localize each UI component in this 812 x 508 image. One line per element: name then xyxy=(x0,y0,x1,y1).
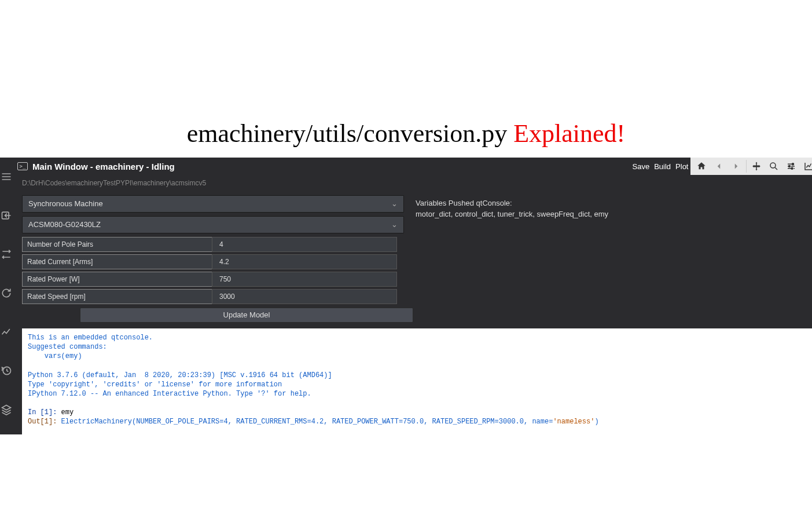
svg-point-3 xyxy=(792,163,794,165)
console-line: Type 'copyright', 'credits' or 'license'… xyxy=(28,380,812,389)
svg-point-2 xyxy=(770,163,776,168)
field-row: Number of Pole Pairs 4 xyxy=(22,237,404,252)
configure-icon[interactable] xyxy=(782,158,800,174)
rated-speed-label: Rated Speed [rpm] xyxy=(22,289,212,304)
terminal-icon: >_ xyxy=(17,162,28,170)
field-row: Rated Current [Arms] 4.2 xyxy=(22,254,404,269)
console-blank xyxy=(28,361,812,370)
axes-icon[interactable] xyxy=(800,158,812,174)
field-row: Rated Speed [rpm] 3000 xyxy=(22,289,404,304)
refresh-icon[interactable] xyxy=(0,287,13,299)
path-text: D:\DrH\Codes\emachineryTestPYPI\emachine… xyxy=(22,179,206,187)
info-line-2: motor_dict, control_dict, tuner_trick, s… xyxy=(416,210,812,218)
main-area: >_ Main Window - emachinery - Idling Sav… xyxy=(13,158,812,434)
model-dropdown[interactable]: ACSM080-G02430LZ ⌄ xyxy=(22,216,404,233)
machine-type-dropdown[interactable]: Synchronous Machine ⌄ xyxy=(22,195,404,213)
console-line: Suggested commands: xyxy=(28,342,812,352)
console-line: This is an embedded qtconsole. xyxy=(28,333,812,342)
console-in-1: In [1]: emy xyxy=(28,408,812,417)
form-column: Synchronous Machine ⌄ ACSM080-G02430LZ ⌄… xyxy=(22,195,404,323)
menu-icon[interactable] xyxy=(0,170,13,183)
history-icon[interactable] xyxy=(0,364,13,377)
info-column: Variables Pushed qtConsole: motor_dict, … xyxy=(416,195,812,323)
chevron-down-icon: ⌄ xyxy=(391,220,398,229)
loop-icon[interactable] xyxy=(0,248,13,261)
rated-speed-input[interactable]: 3000 xyxy=(212,289,397,304)
path-bar: D:\DrH\Codes\emachineryTestPYPI\emachine… xyxy=(13,175,812,192)
console-blank xyxy=(28,399,812,408)
pole-pairs-input[interactable]: 4 xyxy=(212,237,397,252)
plot-button[interactable]: Plot xyxy=(673,160,690,173)
left-rail xyxy=(0,158,13,434)
model-value: ACSM080-G02430LZ xyxy=(28,220,101,229)
home-icon[interactable] xyxy=(693,158,710,174)
rated-current-label: Rated Current [Arms] xyxy=(22,254,212,269)
svg-point-4 xyxy=(789,166,791,167)
console-blank xyxy=(28,427,812,434)
forward-icon[interactable] xyxy=(728,158,745,174)
machine-type-value: Synchronous Machine xyxy=(28,199,103,208)
qtconsole[interactable]: This is an embedded qtconsole. Suggested… xyxy=(22,328,812,434)
back-icon[interactable] xyxy=(710,158,728,174)
window-title: Main Window - emachinery - Idling xyxy=(32,162,175,171)
pan-icon[interactable] xyxy=(748,158,765,174)
chart-icon[interactable] xyxy=(0,326,13,338)
console-out-1: Out[1]: ElectricMachinery(NUMBER_OF_POLE… xyxy=(28,417,812,426)
slide-title-emphasis: Explained! xyxy=(513,119,625,148)
rated-power-input[interactable]: 750 xyxy=(212,272,397,287)
svg-point-5 xyxy=(791,167,793,169)
slide-title-path: emachinery/utils/conversion.py xyxy=(187,119,514,148)
info-line-1: Variables Pushed qtConsole: xyxy=(416,199,812,207)
app-window: >_ Main Window - emachinery - Idling Sav… xyxy=(0,158,812,434)
plot-toolbar xyxy=(690,158,812,175)
import-icon[interactable] xyxy=(0,209,13,222)
rated-power-label: Rated Power [W] xyxy=(22,272,212,287)
pole-pairs-label: Number of Pole Pairs xyxy=(22,237,212,252)
console-line: IPython 7.12.0 -- An enhanced Interactiv… xyxy=(28,389,812,399)
build-button[interactable]: Build xyxy=(652,160,673,173)
rated-current-input[interactable]: 4.2 xyxy=(212,254,397,269)
update-model-button[interactable]: Update Model xyxy=(80,308,413,323)
console-line: Python 3.7.6 (default, Jan 8 2020, 20:23… xyxy=(28,371,812,380)
console-line: vars(emy) xyxy=(28,352,812,361)
layers-icon[interactable] xyxy=(0,403,13,416)
slide-title: emachinery/utils/conversion.py Explained… xyxy=(0,0,812,171)
zoom-icon[interactable] xyxy=(765,158,782,174)
content-row: Synchronous Machine ⌄ ACSM080-G02430LZ ⌄… xyxy=(13,192,812,323)
field-row: Rated Power [W] 750 xyxy=(22,272,404,287)
save-button[interactable]: Save xyxy=(630,160,652,173)
title-bar: >_ Main Window - emachinery - Idling Sav… xyxy=(13,158,812,175)
chevron-down-icon: ⌄ xyxy=(391,199,398,208)
